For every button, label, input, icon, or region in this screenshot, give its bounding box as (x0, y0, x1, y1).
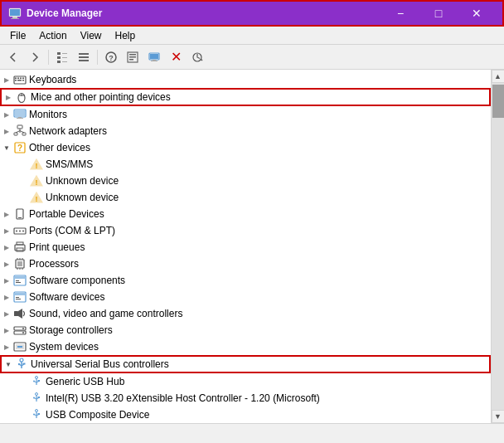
scroll-thumb[interactable] (492, 85, 504, 118)
expand-system[interactable]: ▶ (0, 340, 13, 353)
tree-item-network[interactable]: ▶Network adapters (0, 123, 491, 139)
svg-rect-71 (15, 276, 25, 279)
tree-item-sms[interactable]: !SMS/MMS (0, 156, 491, 173)
device-icon-ports (13, 224, 27, 237)
svg-point-57 (19, 231, 21, 232)
toolbar-help[interactable]: ? (101, 47, 121, 67)
tree-item-usb-hub[interactable]: Generic USB Hub (0, 373, 491, 390)
device-label-printq: Print queues (29, 241, 85, 253)
svg-point-58 (22, 231, 24, 232)
svg-rect-11 (79, 56, 89, 58)
device-icon-usb-hub (30, 375, 43, 388)
expand-printq[interactable]: ▶ (0, 241, 13, 254)
toolbar-back[interactable] (3, 47, 23, 67)
main-content: ▶Keyboards▶Mice and other pointing devic… (0, 70, 504, 423)
expand-softcomp[interactable]: ▶ (0, 274, 13, 287)
scrollbar[interactable]: ▲ ▼ (491, 70, 504, 423)
svg-rect-78 (14, 311, 18, 316)
expand-softdev[interactable]: ▶ (0, 290, 13, 304)
tree-item-monitors[interactable]: ▶Monitors (0, 106, 491, 123)
tree-item-usb-comp[interactable]: USB Composite Device (0, 406, 491, 423)
expand-usb[interactable]: ▼ (2, 358, 15, 371)
svg-point-109 (33, 414, 35, 416)
maximize-button[interactable]: □ (419, 0, 458, 27)
svg-point-93 (36, 377, 38, 379)
device-tree[interactable]: ▶Keyboards▶Mice and other pointing devic… (0, 70, 491, 423)
tree-item-unknown1[interactable]: !Unknown device (0, 173, 491, 189)
title-bar: Device Manager − □ ✕ (0, 0, 504, 27)
tree-item-processors[interactable]: ▶Processors (0, 256, 491, 272)
expand-processors[interactable]: ▶ (0, 257, 13, 270)
toolbar-prop[interactable] (123, 47, 143, 67)
minimize-button[interactable]: − (381, 0, 419, 27)
svg-line-44 (20, 131, 24, 134)
device-icon-sound (13, 307, 27, 320)
svg-text:!: ! (36, 195, 38, 203)
menu-view[interactable]: View (74, 28, 109, 43)
menu-help[interactable]: Help (109, 28, 143, 43)
device-label-other: Other devices (29, 142, 90, 153)
expand-ports[interactable]: ▶ (0, 224, 13, 237)
scroll-up[interactable]: ▲ (492, 70, 505, 83)
expand-sound[interactable]: ▶ (0, 307, 13, 320)
tree-item-softcomp[interactable]: ▶Software components (0, 272, 491, 289)
expand-portable[interactable]: ▶ (0, 207, 13, 221)
svg-rect-5 (57, 56, 61, 59)
device-label-portable: Portable Devices (29, 208, 104, 220)
device-icon-usb-host (30, 392, 43, 405)
toolbar-scan[interactable] (187, 47, 207, 67)
device-icon-usb (15, 358, 28, 371)
toolbar-list[interactable] (74, 47, 94, 67)
tree-item-softdev[interactable]: ▶Software devices (0, 289, 491, 305)
tree-item-portable[interactable]: ▶Portable Devices (0, 206, 491, 222)
svg-point-97 (33, 381, 35, 382)
tree-item-usb-host[interactable]: Intel(R) USB 3.20 eXtensible Host Contro… (0, 390, 491, 406)
svg-point-91 (18, 363, 20, 365)
svg-rect-39 (17, 125, 22, 129)
device-label-unknown2: Unknown device (46, 192, 119, 203)
toolbar: ? ✕ (0, 45, 504, 70)
tree-item-unknown2[interactable]: !Unknown device (0, 189, 491, 206)
expand-monitors[interactable]: ▶ (0, 108, 13, 121)
device-label-keyboards: Keyboards (29, 74, 76, 85)
svg-rect-73 (16, 282, 21, 283)
tree-item-storage[interactable]: ▶Storage controllers (0, 322, 491, 338)
toolbar-screen[interactable] (144, 47, 164, 67)
tree-item-keyboards[interactable]: ▶Keyboards (0, 71, 491, 88)
expand-other[interactable]: ▼ (0, 141, 13, 154)
svg-point-83 (22, 332, 24, 333)
scroll-down[interactable]: ▼ (492, 410, 505, 423)
expand-keyboards[interactable]: ▶ (0, 73, 13, 86)
device-label-storage: Storage controllers (29, 324, 113, 336)
device-label-system: System devices (29, 341, 99, 353)
toolbar-remove[interactable]: ✕ (166, 47, 186, 67)
no-expand (17, 392, 30, 405)
expand-storage[interactable]: ▶ (0, 324, 13, 337)
title-bar-left: Device Manager (8, 7, 102, 20)
tree-item-system[interactable]: ▶System devices (0, 338, 491, 355)
device-label-softdev: Software devices (29, 291, 104, 303)
menu-file[interactable]: File (3, 28, 32, 43)
tree-item-usb[interactable]: ▼Universal Serial Bus controllers (0, 355, 491, 373)
toolbar-forward[interactable] (25, 47, 45, 67)
menu-action[interactable]: Action (32, 28, 73, 43)
status-bar (0, 423, 504, 443)
tree-item-printq[interactable]: ▶Print queues (0, 239, 491, 256)
device-icon-usb-comp (30, 408, 43, 421)
tree-item-mice[interactable]: ▶Mice and other pointing devices (0, 88, 491, 106)
device-label-monitors: Monitors (29, 109, 67, 120)
device-label-softcomp: Software components (29, 275, 125, 286)
tree-item-sound[interactable]: ▶Sound, video and game controllers (0, 305, 491, 322)
expand-mice[interactable]: ▶ (2, 90, 15, 104)
tree-item-ports[interactable]: ▶Ports (COM & LPT) (0, 222, 491, 239)
app-icon (8, 7, 22, 20)
tree-item-other[interactable]: ▼?Other devices (0, 139, 491, 156)
expand-network[interactable]: ▶ (0, 124, 13, 138)
toolbar-tree[interactable] (52, 47, 72, 67)
close-button[interactable]: ✕ (458, 0, 496, 27)
forward-icon (29, 51, 41, 63)
svg-rect-28 (22, 78, 24, 80)
svg-rect-18 (129, 59, 133, 61)
scroll-track[interactable] (492, 83, 505, 410)
svg-rect-7 (62, 53, 67, 54)
